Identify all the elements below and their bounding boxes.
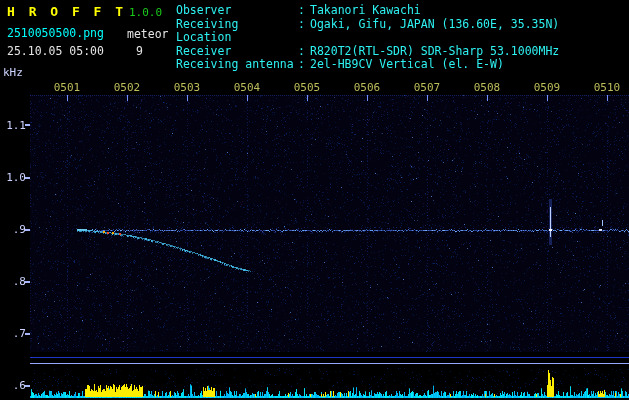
time-tick-label: 0507 bbox=[411, 81, 443, 94]
echo-count: 9 bbox=[136, 44, 143, 58]
info-colon: : bbox=[298, 18, 310, 45]
info-label: Observer bbox=[176, 4, 298, 18]
info-label: Receiving antenna bbox=[176, 58, 298, 72]
time-tick-label: 0502 bbox=[111, 81, 143, 94]
station-info: Observer:Takanori Kawachi Receiving Loca… bbox=[176, 4, 559, 72]
time-tick-label: 0506 bbox=[351, 81, 383, 94]
info-value: Ogaki, Gifu, JAPAN (136.60E, 35.35N) bbox=[310, 18, 559, 45]
frequency-axis-unit: kHz bbox=[3, 66, 23, 79]
info-row-observer: Observer:Takanori Kawachi bbox=[176, 4, 559, 18]
info-value: Takanori Kawachi bbox=[310, 4, 421, 18]
app-version: 1.0.0 bbox=[129, 6, 162, 19]
output-filename: 2510050500.png bbox=[7, 26, 104, 40]
time-tick-label: 0510 bbox=[591, 81, 623, 94]
time-tick-label: 0509 bbox=[531, 81, 563, 94]
mode-label: meteor bbox=[127, 27, 169, 41]
time-tick-label: 0505 bbox=[291, 81, 323, 94]
time-tick-label: 0501 bbox=[51, 81, 83, 94]
info-label: Receiver bbox=[176, 45, 298, 59]
info-row-receiver: Receiver:R820T2(RTL-SDR) SDR-Sharp 53.10… bbox=[176, 45, 559, 59]
freq-tick-label: 1.0 bbox=[0, 171, 26, 184]
freq-tick-label: 1.1 bbox=[0, 119, 26, 132]
freq-tick-label: .9 bbox=[0, 223, 26, 236]
freq-tick-label: .7 bbox=[0, 327, 26, 340]
datetime-label: 25.10.05 05:00 bbox=[7, 44, 104, 58]
time-tick-label: 0508 bbox=[471, 81, 503, 94]
info-label: Receiving Location bbox=[176, 18, 298, 45]
info-row-location: Receiving Location:Ogaki, Gifu, JAPAN (1… bbox=[176, 18, 559, 45]
info-value: 2el-HB9CV Vertical (el. E-W) bbox=[310, 58, 504, 72]
time-tick-label: 0503 bbox=[171, 81, 203, 94]
info-colon: : bbox=[298, 58, 310, 72]
app-title: H R O F F T bbox=[7, 4, 126, 19]
time-tick-label: 0504 bbox=[231, 81, 263, 94]
info-row-antenna: Receiving antenna:2el-HB9CV Vertical (el… bbox=[176, 58, 559, 72]
info-value: R820T2(RTL-SDR) SDR-Sharp 53.1000MHz bbox=[310, 45, 559, 59]
hrofft-app: H R O F F T 1.0.0 2510050500.png meteor … bbox=[0, 0, 629, 400]
info-colon: : bbox=[298, 4, 310, 18]
freq-tick-label: .8 bbox=[0, 275, 26, 288]
freq-tick-label: .6 bbox=[0, 379, 26, 392]
info-colon: : bbox=[298, 45, 310, 59]
